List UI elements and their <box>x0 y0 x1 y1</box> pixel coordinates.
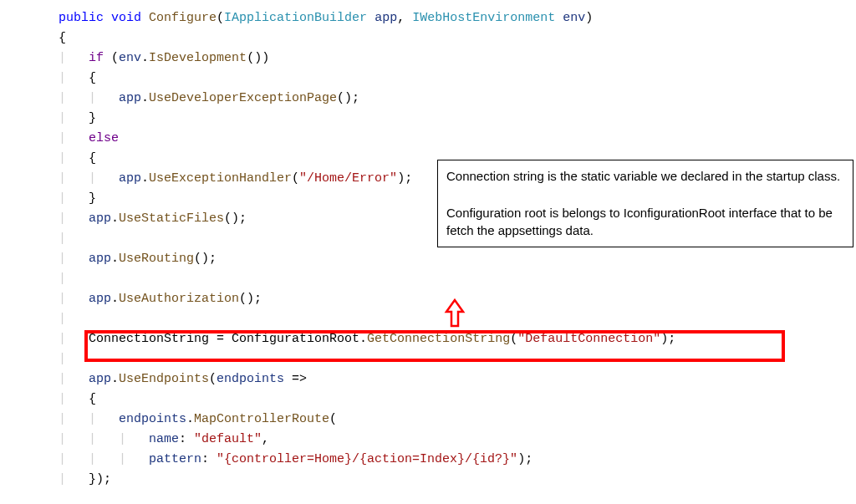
line-useendpoints: | app.UseEndpoints(endpoints => <box>59 369 856 389</box>
line-blank2: | <box>59 269 856 289</box>
line-name: | | | name: "default", <box>59 430 856 450</box>
annotation-callout: Connection string is the static variable… <box>437 160 853 247</box>
line-connstring: | ConnectionString = ConfigurationRoot.G… <box>59 329 856 349</box>
line-mapctrlroute: | | endpoints.MapControllerRoute( <box>59 410 856 430</box>
line-blank4: | <box>59 349 856 369</box>
line-brace-open: { <box>59 28 856 48</box>
callout-paragraph-1: Connection string is the static variable… <box>446 167 844 186</box>
line-ep-brace-close: | }); <box>59 470 856 490</box>
line-if: | if (env.IsDevelopment()) <box>59 48 856 69</box>
up-arrow-icon <box>443 298 476 332</box>
code-block: public void Configure(IApplicationBuilde… <box>59 8 856 490</box>
callout-paragraph-2: Configuration root is belongs to Iconfig… <box>446 204 844 241</box>
line-else: | else <box>59 129 856 149</box>
line-pattern: | | | pattern: "{controller=Home}/{actio… <box>59 450 856 470</box>
line-userouting: | app.UseRouting(); <box>59 249 856 269</box>
line-if-brace-open: | { <box>59 69 856 89</box>
line-signature: public void Configure(IApplicationBuilde… <box>59 8 856 28</box>
line-ep-brace-open: | { <box>59 389 856 410</box>
line-if-brace-close: | } <box>59 109 856 129</box>
line-devexc: | | app.UseDeveloperExceptionPage(); <box>59 89 856 109</box>
